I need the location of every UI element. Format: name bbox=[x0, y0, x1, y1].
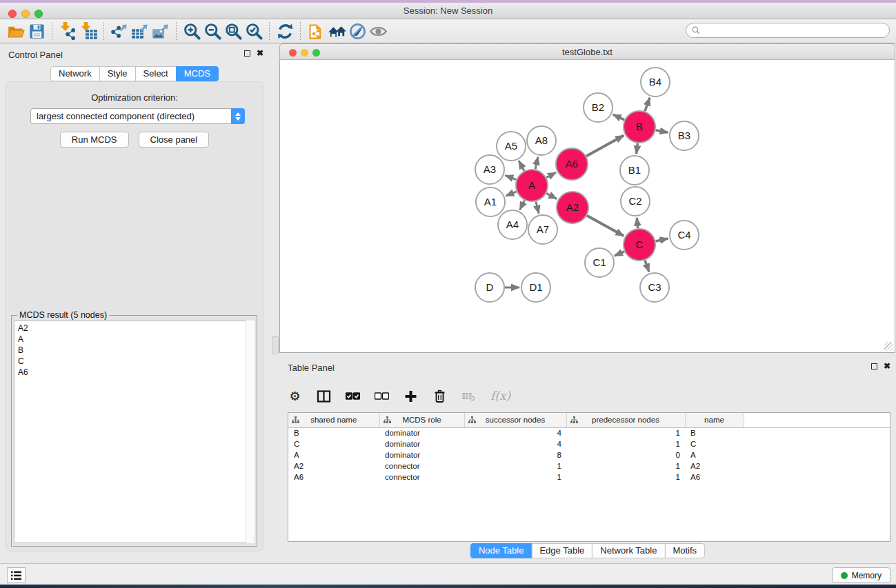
mcds-result-list[interactable]: A2ABCA6 bbox=[14, 321, 255, 543]
column-header-successor-nodes[interactable]: successor nodes bbox=[464, 413, 566, 427]
import-table-icon[interactable] bbox=[78, 21, 99, 41]
memory-button[interactable]: Memory bbox=[832, 567, 890, 583]
node-C4[interactable]: C4 bbox=[670, 221, 699, 250]
edge-B-B1[interactable] bbox=[637, 143, 638, 154]
cell[interactable]: 1 bbox=[464, 460, 566, 472]
cell[interactable]: A bbox=[685, 449, 744, 460]
edge-A-A8[interactable] bbox=[535, 156, 538, 169]
edge-A-A3[interactable] bbox=[505, 175, 516, 179]
tab-edge-table[interactable]: Edge Table bbox=[531, 543, 593, 558]
cell[interactable]: A6 bbox=[288, 472, 379, 483]
node-table[interactable]: shared nameMCDS rolesuccessor nodesprede… bbox=[288, 412, 890, 542]
node-B3[interactable]: B3 bbox=[670, 121, 699, 150]
cell[interactable]: A6 bbox=[685, 472, 744, 483]
node-C2[interactable]: C2 bbox=[621, 187, 650, 216]
add-column-icon[interactable] bbox=[404, 387, 418, 406]
edge-A-A5[interactable] bbox=[519, 161, 524, 171]
tab-mcds[interactable]: MCDS bbox=[176, 66, 219, 81]
resize-grip-icon[interactable] bbox=[884, 342, 893, 351]
mcds-result-item[interactable]: A bbox=[14, 334, 254, 345]
edge-A-A7[interactable] bbox=[536, 201, 539, 213]
cell[interactable]: 0 bbox=[566, 449, 685, 460]
cell[interactable]: 1 bbox=[566, 427, 685, 438]
tab-node-table[interactable]: Node Table bbox=[470, 543, 532, 558]
edge-B-B2[interactable] bbox=[613, 114, 625, 120]
tab-network-table[interactable]: Network Table bbox=[592, 543, 665, 558]
mcds-result-item[interactable]: C bbox=[14, 356, 254, 367]
edge-C-C3[interactable] bbox=[645, 261, 649, 272]
save-icon[interactable] bbox=[26, 21, 47, 41]
search-input[interactable] bbox=[701, 24, 889, 37]
cell[interactable]: C bbox=[288, 438, 379, 449]
edge-B-B3[interactable] bbox=[656, 130, 668, 133]
cell[interactable]: B bbox=[288, 427, 379, 438]
eye-icon[interactable] bbox=[368, 21, 388, 41]
search-box[interactable] bbox=[686, 23, 890, 38]
node-A8[interactable]: A8 bbox=[527, 126, 556, 155]
edge-C-C1[interactable] bbox=[615, 252, 624, 256]
table-row[interactable]: Adominator80A bbox=[288, 449, 890, 460]
node-B4[interactable]: B4 bbox=[641, 68, 670, 97]
export-image-icon[interactable] bbox=[150, 21, 171, 41]
close-panel-icon[interactable]: ✖ bbox=[257, 49, 263, 57]
edge-A-A1[interactable] bbox=[506, 192, 516, 196]
hide-labels-icon[interactable] bbox=[347, 21, 368, 41]
tab-motifs[interactable]: Motifs bbox=[664, 543, 705, 558]
column-header-predecessor-nodes[interactable]: predecessor nodes bbox=[566, 413, 685, 427]
tab-network[interactable]: Network bbox=[50, 66, 100, 81]
cell[interactable]: 4 bbox=[464, 427, 566, 438]
node-A6[interactable]: A6 bbox=[556, 148, 588, 180]
node-C1[interactable]: C1 bbox=[585, 248, 614, 277]
mcds-result-item[interactable]: A6 bbox=[14, 367, 254, 378]
columns-icon[interactable] bbox=[317, 387, 331, 406]
tab-style[interactable]: Style bbox=[99, 66, 136, 81]
close-panel-button[interactable]: Close panel bbox=[139, 132, 210, 148]
edge-A-A2[interactable] bbox=[546, 193, 557, 199]
edge-B-B4[interactable] bbox=[645, 98, 650, 112]
cell[interactable]: connector bbox=[379, 472, 464, 483]
float-panel-icon[interactable] bbox=[244, 50, 250, 57]
table-row[interactable]: A6connector11A6 bbox=[288, 472, 890, 483]
node-D1[interactable]: D1 bbox=[521, 273, 550, 302]
node-A2[interactable]: A2 bbox=[557, 192, 588, 223]
edge-A-A4[interactable] bbox=[520, 201, 525, 210]
node-C[interactable]: C bbox=[624, 229, 655, 261]
edge-A-A6[interactable] bbox=[546, 172, 556, 177]
open-folder-icon[interactable] bbox=[6, 21, 26, 41]
cell[interactable]: 1 bbox=[566, 438, 685, 449]
mcds-result-item[interactable]: B bbox=[14, 345, 254, 356]
node-A[interactable]: A bbox=[516, 170, 548, 201]
zoom-selected-icon[interactable] bbox=[243, 21, 264, 41]
column-header-shared-name[interactable]: shared name bbox=[288, 413, 379, 427]
criterion-select[interactable]: largest connected component (directed) bbox=[30, 108, 245, 124]
delete-column-icon[interactable] bbox=[432, 387, 447, 406]
network-window-titlebar[interactable]: testGlobe.txt bbox=[279, 43, 895, 60]
tab-select[interactable]: Select bbox=[135, 66, 177, 81]
network-graph[interactable]: B4B2BB3A8A5A6A3B1AA1C2A2A4A7C4CC1DD1C3 bbox=[280, 60, 895, 352]
cell[interactable]: 8 bbox=[464, 449, 566, 460]
mcds-result-item[interactable]: A2 bbox=[14, 323, 254, 334]
export-table-icon[interactable] bbox=[130, 21, 150, 41]
cell[interactable]: B bbox=[685, 427, 744, 438]
cell[interactable]: A2 bbox=[685, 460, 744, 472]
node-B2[interactable]: B2 bbox=[584, 93, 613, 122]
zoom-out-icon[interactable] bbox=[202, 21, 223, 41]
edge-C-C4[interactable] bbox=[655, 239, 668, 241]
cell[interactable]: dominator bbox=[379, 438, 464, 449]
node-A1[interactable]: A1 bbox=[476, 187, 505, 216]
home-icon[interactable] bbox=[326, 21, 347, 41]
run-mcds-button[interactable]: Run MCDS bbox=[60, 132, 129, 148]
table-row[interactable]: Cdominator41C bbox=[288, 438, 890, 449]
cell[interactable]: 1 bbox=[464, 472, 566, 483]
cell[interactable]: A bbox=[288, 449, 379, 460]
table-row[interactable]: Bdominator41B bbox=[288, 427, 890, 438]
zoom-fit-icon[interactable] bbox=[223, 21, 243, 41]
gear-icon[interactable]: ⚙ bbox=[288, 387, 302, 406]
network-document-icon[interactable] bbox=[306, 21, 326, 41]
vertical-splitter-handle[interactable] bbox=[272, 336, 279, 354]
node-B[interactable]: B bbox=[624, 111, 655, 143]
node-C3[interactable]: C3 bbox=[640, 273, 669, 302]
import-network-icon[interactable] bbox=[57, 21, 78, 41]
refresh-icon[interactable] bbox=[275, 21, 295, 41]
column-header-name[interactable]: name bbox=[685, 413, 744, 427]
